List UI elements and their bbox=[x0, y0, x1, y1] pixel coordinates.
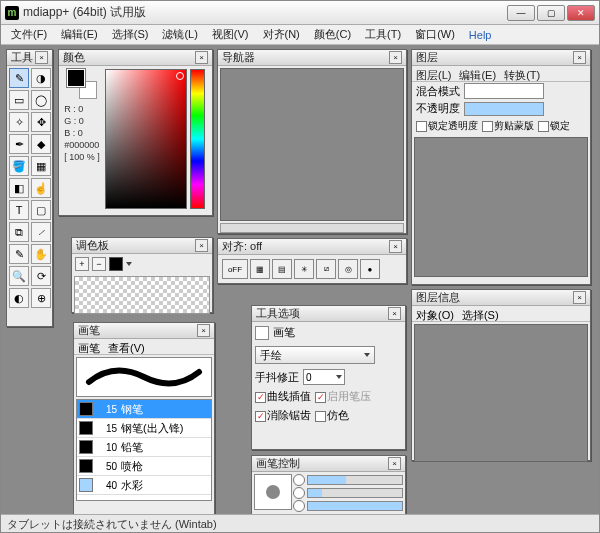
color-close[interactable]: × bbox=[195, 51, 208, 64]
eyedropper-tool-icon[interactable]: ✎ bbox=[9, 244, 29, 264]
layers-menu-transform[interactable]: 转换(T) bbox=[504, 68, 540, 79]
gradient-tool-icon[interactable]: ▦ bbox=[31, 156, 51, 176]
misc1-tool-icon[interactable]: ◐ bbox=[9, 288, 29, 308]
jitter-spinner[interactable]: 0 bbox=[303, 369, 345, 385]
smudge-tool-icon[interactable]: ☝ bbox=[31, 178, 51, 198]
swatch-grid[interactable] bbox=[74, 276, 210, 314]
foreground-color-swatch[interactable] bbox=[67, 69, 85, 87]
wand-tool-icon[interactable]: ✧ bbox=[9, 112, 29, 132]
layerinfo-menu-select[interactable]: 选择(S) bbox=[462, 308, 499, 319]
zoom-tool-icon[interactable]: 🔍 bbox=[9, 266, 29, 286]
swatch-title: 调色板 bbox=[76, 238, 109, 253]
menu-edit[interactable]: 编辑(E) bbox=[55, 25, 104, 44]
menu-window[interactable]: 窗口(W) bbox=[409, 25, 461, 44]
brush-close[interactable]: × bbox=[197, 324, 210, 337]
align-circle-icon[interactable]: ● bbox=[360, 259, 380, 279]
minimize-button[interactable]: — bbox=[507, 5, 535, 21]
layers-close[interactable]: × bbox=[573, 51, 586, 64]
menu-view[interactable]: 视图(V) bbox=[206, 25, 255, 44]
chevron-down-icon bbox=[336, 375, 342, 379]
shape-tool-icon[interactable]: ◆ bbox=[31, 134, 51, 154]
current-tool-label: 画笔 bbox=[273, 325, 295, 340]
layer-info-area[interactable] bbox=[414, 324, 588, 462]
bc-size-slider[interactable] bbox=[307, 475, 403, 485]
brushctrl-close[interactable]: × bbox=[388, 457, 401, 470]
marquee-tool-icon[interactable]: ▭ bbox=[9, 90, 29, 110]
fill-tool-icon[interactable]: 🪣 bbox=[9, 156, 29, 176]
lock-transparency-check[interactable]: 锁定透明度 bbox=[416, 119, 478, 133]
brush-name: 钢笔(出入锋) bbox=[121, 421, 183, 436]
brush-list-row[interactable]: 10铅笔 bbox=[77, 438, 211, 457]
align-diag-icon[interactable]: ⧄ bbox=[316, 259, 336, 279]
rect-tool-icon[interactable]: ▢ bbox=[31, 200, 51, 220]
brush-tool-icon[interactable]: ✎ bbox=[9, 68, 29, 88]
simulate-check[interactable]: 仿色 bbox=[315, 408, 349, 423]
draw-mode-select[interactable]: 手绘 bbox=[255, 346, 375, 364]
align-close[interactable]: × bbox=[389, 240, 402, 253]
swatch-current[interactable] bbox=[109, 257, 123, 271]
swatch-close[interactable]: × bbox=[195, 239, 208, 252]
menu-filter[interactable]: 滤镜(L) bbox=[156, 25, 203, 44]
blend-mode-select[interactable] bbox=[464, 83, 544, 99]
align-radial-icon[interactable]: ✳ bbox=[294, 259, 314, 279]
crop-tool-icon[interactable]: ⧉ bbox=[9, 222, 29, 242]
menu-tool[interactable]: 工具(T) bbox=[359, 25, 407, 44]
clipping-mask-check[interactable]: 剪贴蒙版 bbox=[482, 119, 534, 133]
opacity-slider[interactable] bbox=[464, 102, 544, 116]
align-persp-icon[interactable]: ▤ bbox=[272, 259, 292, 279]
eraser-tool-icon[interactable]: ◧ bbox=[9, 178, 29, 198]
navigator-view[interactable] bbox=[220, 68, 404, 221]
lasso-tool-icon[interactable]: ◯ bbox=[31, 90, 51, 110]
menu-align[interactable]: 对齐(N) bbox=[257, 25, 306, 44]
swatch-menu-icon[interactable] bbox=[126, 262, 132, 266]
workspace: 工具× ✎ ◑ ▭ ◯ ✧ ✥ ✒ ◆ 🪣 ▦ ◧ ☝ T ▢ ⧉ ⟋ ✎ ✋ bbox=[1, 45, 599, 514]
bc-opacity-slider[interactable] bbox=[307, 488, 403, 498]
menu-file[interactable]: 文件(F) bbox=[5, 25, 53, 44]
brush-list-row[interactable]: 15钢笔 bbox=[77, 400, 211, 419]
curve-check[interactable]: 曲线插值 bbox=[255, 389, 311, 404]
layers-list-area[interactable] bbox=[414, 137, 588, 277]
toolbox-close[interactable]: × bbox=[35, 51, 48, 64]
maximize-button[interactable]: ▢ bbox=[537, 5, 565, 21]
navigator-zoom-slider[interactable] bbox=[220, 223, 404, 233]
menu-help[interactable]: Help bbox=[463, 27, 498, 43]
align-grid-icon[interactable]: ▦ bbox=[250, 259, 270, 279]
hue-slider[interactable] bbox=[190, 69, 205, 209]
antialias-check[interactable]: 消除锯齿 bbox=[255, 408, 311, 423]
brush-size: 15 bbox=[97, 404, 117, 415]
misc2-tool-icon[interactable]: ⊕ bbox=[31, 288, 51, 308]
close-button[interactable]: ✕ bbox=[567, 5, 595, 21]
layerinfo-close[interactable]: × bbox=[573, 291, 586, 304]
navigator-close[interactable]: × bbox=[389, 51, 402, 64]
swatch-add-button[interactable]: + bbox=[75, 257, 89, 271]
move-tool-icon[interactable]: ✥ bbox=[31, 112, 51, 132]
brush-menu-view[interactable]: 查看(V) bbox=[108, 341, 145, 352]
layerinfo-menu-object[interactable]: 对象(O) bbox=[416, 308, 454, 319]
blur-tool-icon[interactable]: ◑ bbox=[31, 68, 51, 88]
pressure-check[interactable]: 启用笔压 bbox=[315, 389, 371, 404]
menu-color[interactable]: 颜色(C) bbox=[308, 25, 357, 44]
menu-select[interactable]: 选择(S) bbox=[106, 25, 155, 44]
rotate-tool-icon[interactable]: ⟳ bbox=[31, 266, 51, 286]
brush-list[interactable]: 15钢笔15钢笔(出入锋)10铅笔50喷枪40水彩 bbox=[76, 399, 212, 501]
brush-list-row[interactable]: 50喷枪 bbox=[77, 457, 211, 476]
color-swatches[interactable] bbox=[67, 69, 97, 99]
color-field[interactable] bbox=[105, 69, 187, 209]
align-off-button[interactable]: oFF bbox=[222, 259, 248, 279]
brush-menu-brush[interactable]: 画笔 bbox=[78, 341, 100, 352]
layers-menu-edit[interactable]: 编辑(E) bbox=[459, 68, 496, 79]
toolopt-close[interactable]: × bbox=[388, 307, 401, 320]
color-pct: [ 100 % ] bbox=[64, 151, 100, 163]
brush-list-row[interactable]: 15钢笔(出入锋) bbox=[77, 419, 211, 438]
text-tool-icon[interactable]: T bbox=[9, 200, 29, 220]
lock-check[interactable]: 锁定 bbox=[538, 119, 570, 133]
hand-tool-icon[interactable]: ✋ bbox=[31, 244, 51, 264]
titlebar[interactable]: m mdiapp+ (64bit) 试用版 — ▢ ✕ bbox=[1, 1, 599, 25]
swatch-remove-button[interactable]: − bbox=[92, 257, 106, 271]
align-ellipse-icon[interactable]: ◎ bbox=[338, 259, 358, 279]
ruler-tool-icon[interactable]: ⟋ bbox=[31, 222, 51, 242]
pen-tool-icon[interactable]: ✒ bbox=[9, 134, 29, 154]
layers-menu-layer[interactable]: 图层(L) bbox=[416, 68, 451, 79]
brush-list-row[interactable]: 40水彩 bbox=[77, 476, 211, 495]
bc-flow-slider[interactable] bbox=[307, 501, 403, 511]
